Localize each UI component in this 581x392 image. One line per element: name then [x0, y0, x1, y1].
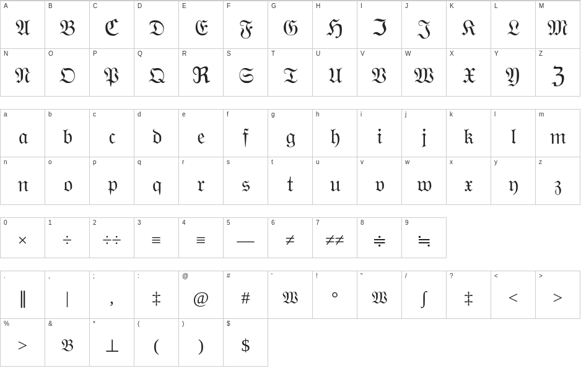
- glyph-character: ℌ: [326, 15, 343, 41]
- glyph-label: ;: [93, 273, 95, 279]
- glyph-cell: S𝔖: [224, 49, 268, 97]
- glyph-character: ℨ: [551, 63, 565, 89]
- glyph-label: v: [360, 159, 364, 165]
- glyph-label: j: [405, 111, 406, 118]
- glyph-label: c: [93, 111, 96, 118]
- glyph-cell: /∫: [402, 271, 447, 319]
- glyph-character: 𝔏: [507, 15, 520, 41]
- glyph-cell: y𝔶: [491, 157, 536, 205]
- glyph-cell: m𝔪: [536, 110, 580, 157]
- glyph-cell: *⊥: [90, 319, 134, 367]
- glyph-cell: 2÷÷: [90, 218, 134, 258]
- glyph-character: 𝔲: [330, 171, 341, 197]
- glyph-label: D: [138, 3, 142, 9]
- glyph-cell: v𝔳: [357, 157, 402, 205]
- glyph-label: o: [48, 159, 52, 165]
- glyph-character: ≡: [152, 230, 162, 250]
- glyph-label: 2: [93, 220, 97, 226]
- glyph-character: ℜ: [192, 63, 210, 89]
- glyph-label: n: [4, 159, 7, 165]
- glyph-cell: k𝔨: [447, 110, 491, 157]
- glyph-cell: n𝔫: [1, 157, 45, 205]
- glyph-label: s: [227, 159, 230, 165]
- glyph-character: ∥: [19, 288, 27, 308]
- glyph-label: *: [93, 321, 95, 327]
- glyph-cell: T𝔗: [268, 49, 313, 97]
- glyph-label: P: [93, 51, 97, 57]
- glyph-label: !: [316, 273, 318, 279]
- glyph-cell: >>: [536, 271, 580, 319]
- glyph-character: ≠≠: [325, 230, 344, 250]
- glyph-cell: $$: [224, 319, 268, 367]
- glyph-character: 𝔯: [197, 171, 205, 197]
- glyph-cell: i𝔦: [357, 110, 402, 157]
- glyph-character: 𝔚: [414, 63, 434, 89]
- glyph-label: u: [316, 159, 320, 165]
- glyph-label: M: [539, 3, 544, 9]
- glyph-label: A: [4, 3, 8, 9]
- glyph-label: e: [182, 111, 186, 118]
- glyph-cell: Cℭ: [90, 1, 134, 49]
- glyph-character: ≑: [372, 230, 387, 251]
- glyph-character: 𝔳: [375, 171, 385, 197]
- glyph-character: ‡: [152, 288, 161, 308]
- glyph-cell: A𝔄: [1, 1, 45, 49]
- glyph-label: :: [138, 273, 139, 279]
- glyph-label: b: [48, 111, 52, 118]
- glyph-label: X: [450, 51, 454, 57]
- glyph-character: 𝔔: [148, 63, 165, 89]
- glyph-label: I: [360, 3, 362, 9]
- glyph-character: 𝔅: [61, 336, 74, 356]
- glyph-character: ∫: [422, 288, 427, 308]
- uppercase-section: A𝔄B𝔅CℭD𝔇E𝔈F𝔉G𝔊HℌIℑJ𝔍K𝔎L𝔏M𝔐N𝔑O𝔒P𝔓Q𝔔RℜS𝔖T𝔗…: [0, 1, 580, 97]
- glyph-cell: !°: [313, 271, 357, 319]
- glyph-character: 𝔤: [286, 123, 295, 149]
- glyph-label: p: [93, 159, 97, 165]
- glyph-cell: &𝔅: [45, 319, 90, 367]
- glyph-cell: Hℌ: [313, 1, 357, 49]
- glyph-character: 𝔎: [461, 15, 476, 41]
- glyph-cell: g𝔤: [268, 110, 313, 157]
- glyph-cell: @@: [179, 271, 224, 319]
- glyph-label: N: [4, 51, 8, 57]
- glyph-character: (: [154, 336, 159, 355]
- glyph-cell: c𝔠: [90, 110, 134, 157]
- glyph-label: 8: [360, 220, 364, 226]
- glyph-label: (: [138, 321, 139, 327]
- glyph-cell: E𝔈: [179, 1, 224, 49]
- glyph-cell: Y𝔜: [491, 49, 536, 97]
- glyph-label: >: [539, 273, 543, 279]
- glyph-label: t: [271, 159, 273, 165]
- glyph-label: k: [450, 111, 453, 118]
- glyph-label: 9: [405, 220, 409, 226]
- glyph-cell: G𝔊: [268, 1, 313, 49]
- glyph-cell: r𝔯: [179, 157, 224, 205]
- glyph-row: a𝔞b𝔟c𝔠d𝔡e𝔢f𝔣g𝔤h𝔥i𝔦j𝔧k𝔨l𝔩m𝔪: [1, 110, 580, 157]
- glyph-cell: a𝔞: [1, 110, 45, 157]
- glyph-cell: .∥: [1, 271, 45, 319]
- glyph-character: 𝔞: [18, 123, 28, 149]
- glyph-cell: J𝔍: [402, 1, 447, 49]
- glyph-character: 𝔰: [241, 171, 250, 197]
- glyph-label: $: [227, 321, 230, 327]
- glyph-character: 𝔓: [103, 63, 120, 89]
- glyph-label: K: [450, 3, 454, 9]
- glyph-label: w: [405, 159, 409, 165]
- glyph-label: ?: [450, 273, 453, 279]
- glyph-label: 0: [4, 220, 7, 226]
- glyph-character: 𝔉: [238, 15, 253, 41]
- glyph-label: Z: [539, 51, 543, 57]
- glyph-cell: 4≡: [179, 218, 224, 258]
- glyph-character: 𝔑: [15, 63, 31, 89]
- glyph-character: >: [18, 336, 28, 355]
- glyph-label: R: [182, 51, 186, 57]
- glyph-label: &: [48, 321, 53, 327]
- glyph-cell: ((: [134, 319, 179, 367]
- glyph-label: F: [227, 3, 230, 9]
- glyph-character: 𝔱: [287, 171, 294, 197]
- glyph-cell: K𝔎: [447, 1, 491, 49]
- glyph-cell: h𝔥: [313, 110, 357, 157]
- glyph-cell: D𝔇: [134, 1, 179, 49]
- glyph-character: ‡: [465, 288, 473, 308]
- glyph-label: d: [138, 111, 141, 118]
